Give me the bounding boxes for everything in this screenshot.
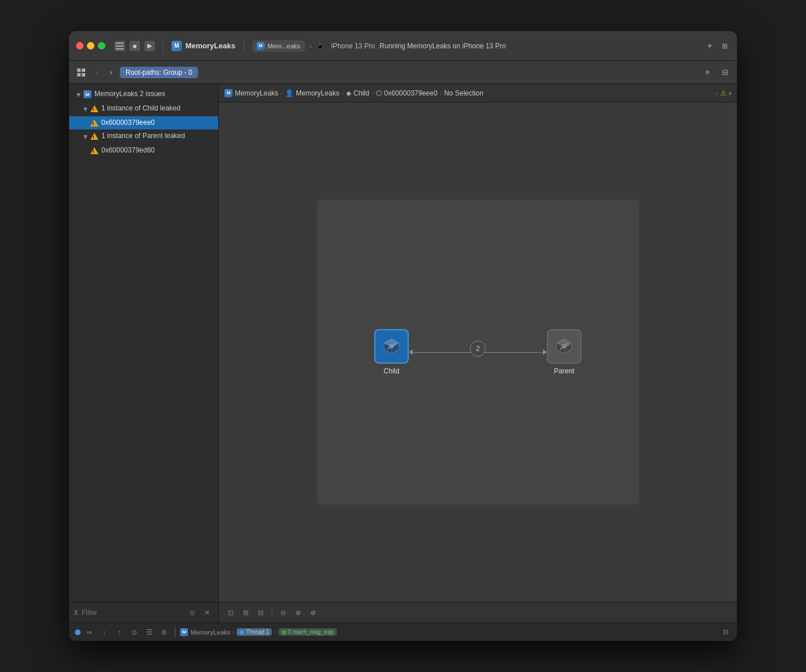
status-app-icon: M xyxy=(180,628,188,636)
zoom-fit-button[interactable]: ⊡ xyxy=(225,606,237,619)
thread-dot xyxy=(239,630,244,635)
device-icon: 📱 xyxy=(316,42,324,49)
status-sep2-icon: › xyxy=(274,629,276,635)
graph-canvas: Child 2 xyxy=(317,200,639,505)
navigation-arrows: ‹ › xyxy=(91,66,117,79)
zoom-reset-button[interactable]: ⊕ xyxy=(292,606,305,619)
zoom-in-button[interactable]: ⊕ xyxy=(307,606,320,619)
sidebar-item-parent-group[interactable]: ▶ 1 instance of Parent leaked xyxy=(69,129,218,144)
bc-child-label: Child xyxy=(353,89,369,97)
close-button[interactable] xyxy=(76,42,83,49)
app-icon-small: M xyxy=(83,90,92,99)
expand-arrow-child: ▶ xyxy=(81,105,91,113)
filter-option-button[interactable]: ⊙ xyxy=(186,606,199,619)
bc-child[interactable]: ◈ Child xyxy=(346,89,369,97)
tab-icon: M xyxy=(257,42,265,50)
bc-memoryleaks-user[interactable]: 👤 MemoryLeaks xyxy=(285,89,339,97)
inspector-button[interactable]: ⊟ xyxy=(717,65,732,80)
bc-forward-button[interactable]: › xyxy=(729,89,731,97)
trap-dot xyxy=(282,630,286,635)
child-group-label: 1 instance of Child leaked xyxy=(101,104,180,113)
parent-address-label: 0x60000379ed60 xyxy=(101,146,155,155)
bc-sep-2: › xyxy=(341,90,344,97)
continue-button[interactable]: ⊙ xyxy=(128,626,140,639)
filter-input[interactable] xyxy=(82,609,183,617)
child-address-label: 0x60000379eee0 xyxy=(101,118,155,128)
parent-node-box[interactable] xyxy=(547,329,581,364)
separator2 xyxy=(244,39,244,53)
maximize-button[interactable] xyxy=(98,42,105,49)
list-view-button[interactable]: ≡ xyxy=(700,65,715,80)
parent-node[interactable]: Parent xyxy=(547,329,581,375)
expand-arrow-root: ▶ xyxy=(74,91,84,99)
run-button[interactable]: ▶ xyxy=(145,41,155,51)
filter-buttons: ⊙ ✕ xyxy=(186,606,214,619)
bc-memoryleaks2-label: MemoryLeaks xyxy=(296,89,339,97)
sidebar-toggle-button[interactable] xyxy=(115,41,125,51)
bc-address-label: 0x60000379eee0 xyxy=(384,89,438,97)
step-in-button[interactable]: ↓ xyxy=(98,626,111,639)
status-breadcrumb: M MemoryLeaks › Thread 1 › 0 mach_msg_tr… xyxy=(180,628,337,636)
play-dot[interactable] xyxy=(75,629,81,635)
graph-edge: 2 xyxy=(409,349,547,355)
child-node-box[interactable] xyxy=(374,329,409,364)
warning-icon-parent xyxy=(90,132,99,141)
back-arrow-button[interactable]: ‹ xyxy=(91,66,104,79)
bc-memoryleaks-app[interactable]: M MemoryLeaks xyxy=(225,89,278,97)
filter-clear-button[interactable]: ✕ xyxy=(201,606,214,619)
svg-rect-4 xyxy=(82,68,85,72)
parent-cube-icon xyxy=(555,337,573,356)
child-node[interactable]: Child xyxy=(374,329,409,375)
warning-icon-parent-addr xyxy=(90,146,99,155)
trap-label: 0 mach_msg_trap xyxy=(288,629,334,635)
svg-rect-3 xyxy=(77,68,81,72)
bc-nav-arrows: ‹ ⚠ › xyxy=(716,89,731,97)
sidebar-list: ▶ M MemoryLeaks 2 issues ▶ 1 instance of… xyxy=(69,84,218,602)
sidebar-footer: ⊻ ⊙ ✕ xyxy=(69,602,218,623)
status-panel-button[interactable]: ⊟ xyxy=(720,627,731,638)
inspect-button[interactable]: ⊛ xyxy=(158,626,170,639)
separator xyxy=(163,39,164,53)
forward-arrow-button[interactable]: › xyxy=(105,66,117,79)
svg-rect-0 xyxy=(116,43,124,44)
app-name: MemoryLeaks xyxy=(185,41,235,50)
filter-icon: ⊻ xyxy=(74,609,78,616)
trap-badge: 0 mach_msg_trap xyxy=(279,628,337,636)
svg-rect-5 xyxy=(77,73,81,77)
sidebar-item-root[interactable]: ▶ M MemoryLeaks 2 issues xyxy=(69,87,218,102)
add-tab-button[interactable]: + xyxy=(705,41,715,51)
bc-back-button[interactable]: ‹ xyxy=(716,89,718,97)
child-node-label: Child xyxy=(383,367,399,375)
status-sep-icon: › xyxy=(233,629,234,635)
breadcrumb-pill[interactable]: Root-paths: Group - 0 xyxy=(120,67,198,78)
tab-mem-eaks[interactable]: M Mem...eaks xyxy=(252,40,305,52)
status-app-label: MemoryLeaks xyxy=(191,629,230,636)
traffic-lights xyxy=(76,42,105,49)
svg-rect-1 xyxy=(116,45,124,47)
app-icon: M xyxy=(172,41,182,51)
minimize-button[interactable] xyxy=(87,42,94,49)
parent-node-label: Parent xyxy=(554,367,574,375)
thread-badge: Thread 1 xyxy=(237,628,272,636)
sidebar-item-parent-address[interactable]: 0x60000379ed60 xyxy=(69,144,218,157)
zoom-fill-button[interactable]: ⊟ xyxy=(254,606,267,619)
bc-person-icon: 👤 xyxy=(285,89,294,97)
sidebar-item-child-group[interactable]: ▶ 1 instance of Child leaked xyxy=(69,102,218,116)
step-out-button[interactable]: ↑ xyxy=(113,626,126,639)
zoom-out-button[interactable]: ⊖ xyxy=(277,606,290,619)
titlebar: ■ ▶ M MemoryLeaks M Mem...eaks › 📱 iPhon… xyxy=(69,31,737,61)
secondary-toolbar: ‹ › Root-paths: Group - 0 ≡ ⊟ xyxy=(69,61,737,84)
sidebar-root-label: MemoryLeaks 2 issues xyxy=(94,89,165,99)
frames-button[interactable]: ☰ xyxy=(143,626,155,639)
parent-group-label: 1 instance of Parent leaked xyxy=(101,131,185,141)
grid-view-button[interactable] xyxy=(74,65,89,80)
bc-address[interactable]: ⬡ 0x60000379eee0 xyxy=(376,89,438,97)
app-title: M MemoryLeaks xyxy=(172,41,235,51)
bc-hex-icon: ⬡ xyxy=(376,89,382,97)
layout-button[interactable]: ⊞ xyxy=(720,41,730,51)
step-over-button[interactable]: ⇒ xyxy=(83,626,96,639)
stop-button[interactable]: ■ xyxy=(130,41,140,51)
sidebar-item-child-address[interactable]: 0x60000379eee0 xyxy=(69,116,218,129)
bc-sep-4: › xyxy=(440,90,442,97)
zoom-actual-button[interactable]: ⊞ xyxy=(239,606,252,619)
